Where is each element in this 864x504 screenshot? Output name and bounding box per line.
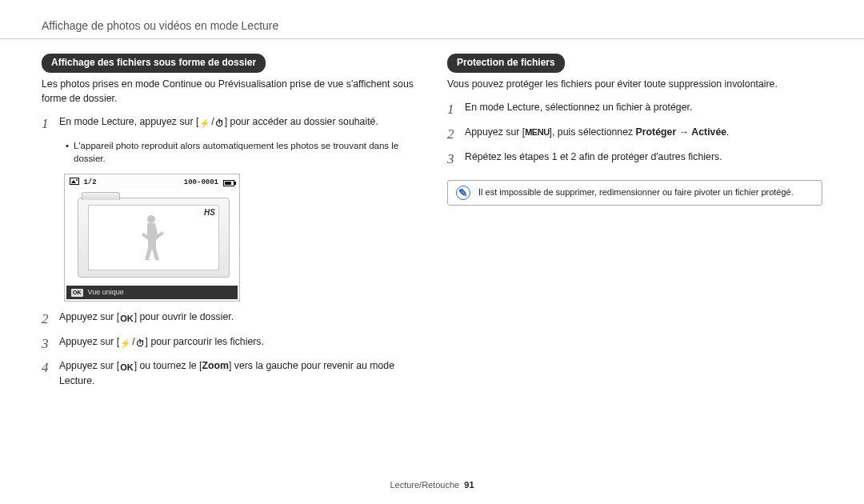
lcd-bottom-label: Vue unique bbox=[88, 287, 124, 298]
zoom-label: Zoom bbox=[202, 360, 228, 371]
step-4: 4 Appuyez sur [OK] ou tournez le [Zoom] … bbox=[42, 358, 417, 389]
right-column: Protection de fichiers Vous pouvez proté… bbox=[447, 54, 822, 394]
page-footer: Lecture/Retouche 91 bbox=[0, 480, 864, 490]
picture-icon bbox=[70, 178, 79, 185]
arrow: → bbox=[676, 126, 691, 138]
step-number: 3 bbox=[447, 150, 458, 170]
step-1: 1 En mode Lecture, appuyez sur [⚡/⏱] pou… bbox=[42, 114, 417, 134]
note-box: ✎ Il est impossible de supprimer, redime… bbox=[447, 180, 822, 206]
lcd-top-bar: 1/2 100-0001 bbox=[66, 176, 238, 190]
hs-badge: HS bbox=[204, 207, 215, 219]
step-2: 2 Appuyez sur [OK] pour ouvrir le dossie… bbox=[42, 310, 417, 330]
step-number: 1 bbox=[447, 100, 458, 120]
step-text: Appuyez sur [OK] pour ouvrir le dossier. bbox=[59, 310, 234, 326]
text-fragment: ], puis sélectionnez bbox=[550, 126, 636, 138]
step-1: 1 En mode Lecture, sélectionnez un fichi… bbox=[447, 100, 822, 120]
person-silhouette-icon bbox=[138, 214, 165, 262]
step-number: 4 bbox=[42, 358, 53, 378]
step-text: Appuyez sur [OK] ou tournez le [Zoom] ve… bbox=[59, 358, 417, 389]
text-fragment: Appuyez sur [ bbox=[465, 126, 525, 138]
folder-tab bbox=[82, 192, 120, 200]
text-fragment: Appuyez sur [ bbox=[59, 336, 119, 347]
battery-icon bbox=[223, 180, 234, 186]
ok-icon: OK bbox=[71, 289, 83, 297]
text-fragment: ] pour parcourir les fichiers. bbox=[146, 336, 264, 347]
ok-icon: OK bbox=[119, 313, 134, 326]
text-fragment: ] pour accéder au dossier souhaité. bbox=[225, 116, 378, 127]
timer-icon: ⏱ bbox=[135, 338, 146, 350]
text-fragment: ] pour ouvrir le dossier. bbox=[134, 311, 234, 322]
text-fragment: ] ou tournez le [ bbox=[134, 360, 202, 371]
photo-thumbnail: HS bbox=[88, 205, 219, 270]
bullet-text: L'appareil photo reproduit alors automat… bbox=[74, 139, 417, 166]
section-pill-folder-view: Affichage des fichiers sous forme de dos… bbox=[42, 54, 266, 73]
step-text: Répétez les étapes 1 et 2 afin de protég… bbox=[465, 150, 722, 165]
page-header: Affichage de photos ou vidéos en mode Le… bbox=[0, 0, 864, 39]
text-fragment: Appuyez sur [ bbox=[59, 311, 119, 322]
steps-right: 1 En mode Lecture, sélectionnez un fichi… bbox=[447, 100, 822, 169]
step-2: 2 Appuyez sur [MENU], puis sélectionnez … bbox=[447, 125, 822, 145]
section-pill-protection: Protection de fichiers bbox=[447, 54, 565, 73]
svg-point-0 bbox=[147, 215, 155, 223]
intro-text: Les photos prises en mode Continue ou Pr… bbox=[42, 78, 417, 106]
text-fragment: En mode Lecture, appuyez sur [ bbox=[59, 116, 198, 127]
bold-term: Protéger bbox=[636, 126, 677, 138]
menu-icon: MENU bbox=[525, 127, 549, 137]
lcd-preview: 1/2 100-0001 HS bbox=[64, 174, 240, 302]
text-fragment: . bbox=[726, 126, 729, 138]
bold-term: Activée bbox=[691, 126, 726, 138]
note-text: Il est impossible de supprimer, redimens… bbox=[478, 186, 794, 199]
sub-bullet: L'appareil photo reproduit alors automat… bbox=[66, 139, 417, 166]
intro-text: Vous pouvez protéger les fichiers pour é… bbox=[447, 78, 822, 92]
flash-icon: ⚡ bbox=[119, 338, 132, 350]
flash-icon: ⚡ bbox=[198, 118, 211, 130]
content-columns: Affichage des fichiers sous forme de dos… bbox=[0, 39, 864, 394]
lcd-counter: 1/2 bbox=[70, 178, 97, 188]
lcd-file-number: 100-0001 bbox=[184, 178, 218, 188]
step-number: 2 bbox=[447, 125, 458, 145]
page-number: 91 bbox=[464, 480, 474, 490]
step-text: Appuyez sur [⚡/⏱] pour parcourir les fic… bbox=[59, 334, 264, 350]
ok-icon: OK bbox=[119, 362, 134, 374]
step-number: 1 bbox=[42, 114, 53, 134]
step-3: 3 Répétez les étapes 1 et 2 afin de prot… bbox=[447, 150, 822, 170]
left-column: Affichage des fichiers sous forme de dos… bbox=[42, 54, 417, 394]
footer-section: Lecture/Retouche bbox=[390, 480, 459, 490]
folder-icon: HS bbox=[78, 198, 230, 278]
text-fragment: Appuyez sur [ bbox=[59, 360, 119, 371]
steps-left-cont: 2 Appuyez sur [OK] pour ouvrir le dossie… bbox=[42, 310, 417, 389]
timer-icon: ⏱ bbox=[214, 118, 225, 130]
step-number: 2 bbox=[42, 310, 53, 330]
lcd-bottom-bar: OK Vue unique bbox=[66, 286, 238, 299]
step-3: 3 Appuyez sur [⚡/⏱] pour parcourir les f… bbox=[42, 334, 417, 354]
step-text: En mode Lecture, appuyez sur [⚡/⏱] pour … bbox=[59, 114, 378, 130]
step-text: Appuyez sur [MENU], puis sélectionnez Pr… bbox=[465, 125, 729, 140]
folder-area: HS bbox=[66, 190, 238, 286]
steps-left: 1 En mode Lecture, appuyez sur [⚡/⏱] pou… bbox=[42, 114, 417, 134]
step-number: 3 bbox=[42, 334, 53, 354]
step-text: En mode Lecture, sélectionnez un fichier… bbox=[465, 100, 692, 115]
note-icon: ✎ bbox=[456, 186, 470, 200]
